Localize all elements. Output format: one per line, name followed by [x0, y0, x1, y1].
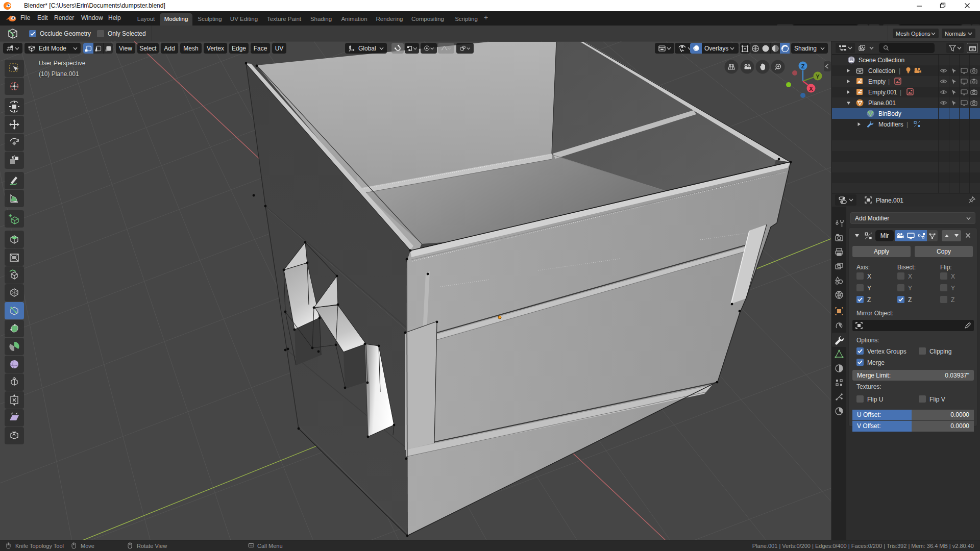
svg-text:Z: Z — [801, 63, 805, 69]
svg-text:X: X — [809, 86, 813, 92]
svg-text:Y: Y — [816, 73, 820, 80]
